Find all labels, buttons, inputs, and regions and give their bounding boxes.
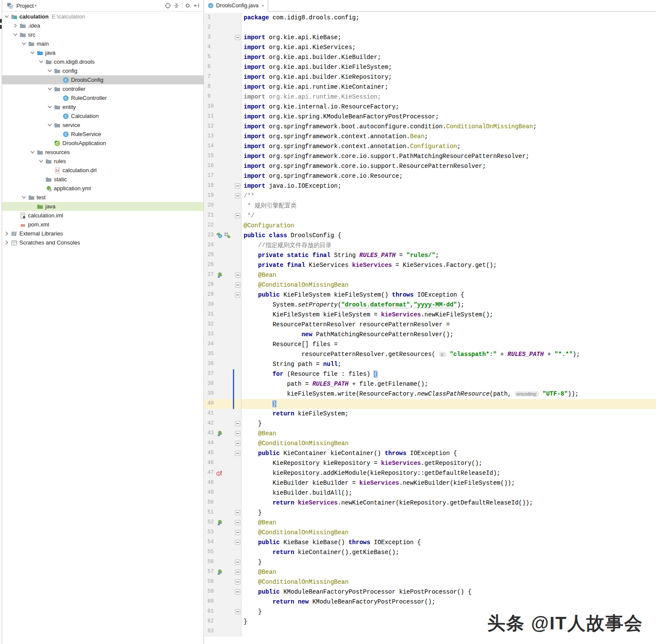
tree-item-calculation-iml[interactable]: calculation.iml bbox=[2, 211, 204, 220]
chevron-down-icon[interactable] bbox=[38, 158, 45, 165]
tree-item-java[interactable]: java bbox=[2, 202, 204, 211]
code-editor[interactable]: 1package com.idig8.drools.config;23impor… bbox=[204, 12, 656, 644]
tree-item--idea[interactable]: .idea bbox=[2, 21, 204, 30]
tree-item-com-idig8-drools[interactable]: com.idig8.drools bbox=[2, 57, 204, 66]
code-text: import org.springframework.context.annot… bbox=[241, 132, 656, 142]
tree-item-config[interactable]: config bbox=[2, 66, 204, 75]
code-line: 3import org.kie.api.KieBase; bbox=[204, 33, 656, 43]
tree-item-controller[interactable]: controller bbox=[2, 84, 204, 93]
class-icon: C bbox=[62, 77, 69, 84]
fold-marker-icon[interactable] bbox=[235, 282, 240, 288]
line-number: 30 bbox=[207, 301, 214, 307]
tree-item-pom-xml[interactable]: mpom.xml bbox=[2, 220, 204, 229]
chevron-down-icon[interactable] bbox=[3, 13, 10, 20]
chevron-down-icon[interactable] bbox=[21, 40, 28, 47]
tree-item-main[interactable]: main bbox=[2, 39, 204, 48]
fold-marker-icon[interactable] bbox=[235, 292, 240, 297]
tree-item-service[interactable]: service bbox=[2, 121, 204, 130]
line-number: 56 bbox=[207, 559, 214, 565]
code-line: 36 String path = null; bbox=[204, 359, 656, 369]
fold-marker-icon[interactable] bbox=[235, 193, 240, 198]
tree-item-calculation-drl[interactable]: calculation.drl bbox=[2, 166, 204, 175]
fold-marker-icon[interactable] bbox=[235, 530, 240, 535]
collapse-all-button[interactable] bbox=[172, 1, 181, 10]
tree-item-calculation[interactable]: calculationE:\calculation bbox=[2, 12, 204, 21]
line-number: 63 bbox=[207, 628, 214, 634]
chevron-right-icon[interactable] bbox=[12, 22, 19, 29]
bean-gutter-icon[interactable] bbox=[216, 272, 223, 279]
tree-item-src[interactable]: src bbox=[2, 30, 204, 39]
chevron-down-icon[interactable] bbox=[46, 104, 53, 111]
lambda-gutter-icon[interactable]: λ bbox=[216, 470, 223, 477]
bean-gutter-icon[interactable] bbox=[216, 569, 223, 576]
tree-item-label: src bbox=[28, 31, 35, 38]
tree-item-droolsapplication[interactable]: CDroolsApplication bbox=[2, 139, 204, 148]
locate-button[interactable] bbox=[164, 1, 172, 10]
tree-item-rules[interactable]: rules bbox=[2, 157, 204, 166]
tree-item-scratches-and-consoles[interactable]: Scratches and Consoles bbox=[2, 238, 204, 247]
tree-item-ruleservice[interactable]: CRuleService bbox=[2, 130, 204, 139]
tree-item-rulecontroller[interactable]: CRuleController bbox=[2, 93, 204, 102]
fold-marker-icon[interactable] bbox=[235, 579, 240, 585]
line-number: 62 bbox=[207, 618, 214, 624]
tree-item-label: rules bbox=[54, 158, 66, 164]
fold-marker-icon[interactable] bbox=[235, 540, 240, 545]
fold-marker-icon[interactable] bbox=[235, 609, 240, 614]
ide-window: Project ▾ calculationE:\calculation.idea… bbox=[0, 0, 656, 644]
chevron-down-icon[interactable] bbox=[29, 149, 36, 156]
fold-marker-icon[interactable] bbox=[235, 183, 240, 189]
spring-class-gutter-icon[interactable]: c bbox=[216, 232, 223, 239]
chevron-down-icon[interactable]: ▾ bbox=[34, 3, 37, 8]
tree-item-application-yml[interactable]: application.yml bbox=[2, 184, 204, 193]
tree-item-java[interactable]: java bbox=[2, 48, 204, 57]
tree-item-label: pom.xml bbox=[28, 221, 49, 228]
chevron-down-icon[interactable] bbox=[12, 31, 19, 38]
scratches-icon bbox=[10, 239, 18, 246]
chevron-down-icon[interactable] bbox=[29, 50, 36, 56]
fold-marker-icon[interactable] bbox=[235, 560, 240, 565]
chevron-right-icon[interactable] bbox=[3, 230, 10, 237]
tree-item-external-libraries[interactable]: External Libraries bbox=[2, 229, 204, 238]
fold-marker-icon[interactable] bbox=[235, 520, 240, 525]
chevron-down-icon[interactable] bbox=[46, 68, 53, 74]
fold-marker-icon[interactable] bbox=[235, 213, 240, 218]
watermark: 头条 @IT人故事会 bbox=[487, 611, 643, 635]
chevron-right-icon[interactable] bbox=[3, 239, 10, 246]
bean-gutter-icon[interactable] bbox=[216, 430, 223, 437]
fold-marker-icon[interactable] bbox=[235, 589, 240, 594]
chevron-down-icon[interactable] bbox=[21, 194, 28, 201]
tab-droolsconfig-java[interactable]: C DroolsConfig.java × bbox=[204, 0, 268, 12]
svg-text:C: C bbox=[210, 4, 212, 8]
tree-item-entity[interactable]: entity bbox=[2, 102, 204, 111]
code-line: 10import org.kie.internal.io.ResourceFac… bbox=[204, 102, 656, 112]
spring-config-gutter-icon[interactable] bbox=[224, 232, 231, 239]
settings-button[interactable] bbox=[184, 1, 192, 10]
fold-marker-icon[interactable] bbox=[235, 441, 240, 446]
fold-marker-icon[interactable] bbox=[235, 421, 240, 426]
code-line: 56 } bbox=[204, 557, 656, 567]
folder-icon bbox=[45, 158, 52, 165]
fold-marker-icon[interactable] bbox=[235, 510, 240, 515]
close-icon[interactable]: × bbox=[261, 3, 265, 9]
chevron-down-icon[interactable] bbox=[46, 86, 53, 93]
code-text: import org.kie.api.builder.KieBuilder; bbox=[241, 53, 656, 62]
line-number: 10 bbox=[207, 103, 214, 109]
chevron-down-icon[interactable] bbox=[46, 122, 53, 129]
fold-marker-icon[interactable] bbox=[235, 431, 240, 436]
fold-marker-icon[interactable] bbox=[235, 272, 240, 278]
tree-item-droolsconfig[interactable]: CDroolsConfig bbox=[2, 75, 204, 84]
code-text: @Bean bbox=[241, 567, 656, 577]
chevron-down-icon[interactable] bbox=[38, 59, 45, 65]
fold-marker-icon[interactable] bbox=[235, 35, 240, 40]
tree-item-static[interactable]: static bbox=[2, 175, 204, 184]
fold-marker-icon[interactable] bbox=[235, 451, 240, 456]
hide-panel-button[interactable] bbox=[192, 1, 201, 10]
tree-item-calculation[interactable]: CCalculation bbox=[2, 111, 204, 121]
code-line: 46 KieRepository kieRepository = kieServ… bbox=[204, 458, 656, 468]
fold-marker-icon[interactable] bbox=[235, 570, 240, 575]
bean-gutter-icon[interactable] bbox=[216, 519, 223, 526]
code-line: 27 @Bean bbox=[204, 270, 656, 280]
tree-item-test[interactable]: test bbox=[2, 193, 204, 202]
tree-item-label: controller bbox=[62, 86, 85, 92]
tree-item-resources[interactable]: resources bbox=[2, 148, 204, 157]
